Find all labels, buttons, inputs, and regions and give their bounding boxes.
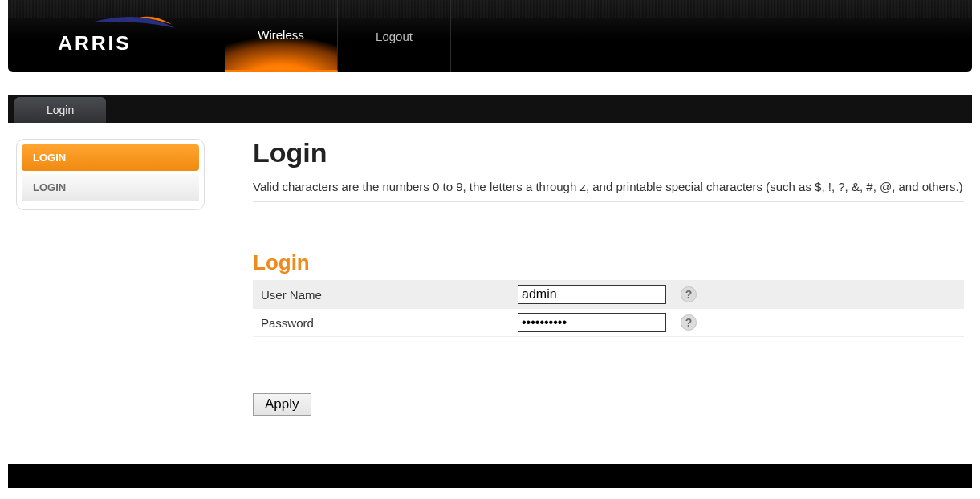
page-description: Valid characters are the numbers 0 to 9,… bbox=[253, 180, 964, 193]
help-icon[interactable]: ? bbox=[681, 314, 697, 331]
sidebar-item-login-active[interactable]: LOGIN bbox=[22, 144, 199, 171]
primary-nav: Wireless Logout bbox=[225, 0, 451, 72]
main-panel: Login Valid characters are the numbers 0… bbox=[213, 123, 972, 464]
subtab-login[interactable]: Login bbox=[14, 97, 106, 123]
footer-bar bbox=[8, 464, 972, 488]
section-heading: Login bbox=[253, 250, 964, 275]
username-label: User Name bbox=[253, 288, 518, 302]
brand-logo: ARRIS bbox=[8, 0, 225, 72]
password-label: Password bbox=[253, 316, 518, 330]
top-bar: ARRIS Wireless Logout bbox=[8, 0, 972, 72]
row-password: Password ? bbox=[253, 308, 964, 336]
help-icon[interactable]: ? bbox=[681, 286, 697, 302]
divider bbox=[253, 201, 964, 202]
sidebar: LOGIN LOGIN bbox=[8, 123, 213, 464]
row-username: User Name ? bbox=[253, 280, 964, 308]
svg-text:ARRIS: ARRIS bbox=[58, 32, 131, 54]
arris-logo-icon: ARRIS bbox=[52, 12, 181, 60]
sidebar-item-login[interactable]: LOGIN bbox=[22, 174, 199, 201]
content-area: LOGIN LOGIN Login Valid characters are t… bbox=[8, 123, 972, 464]
username-input[interactable] bbox=[518, 285, 666, 304]
sidebar-box: LOGIN LOGIN bbox=[16, 139, 205, 210]
apply-button[interactable]: Apply bbox=[253, 393, 311, 416]
page-title: Login bbox=[253, 137, 964, 168]
password-input[interactable] bbox=[518, 313, 666, 332]
nav-wireless[interactable]: Wireless bbox=[225, 0, 338, 72]
sub-nav-strip: Login bbox=[8, 95, 972, 123]
nav-logout[interactable]: Logout bbox=[338, 0, 451, 72]
